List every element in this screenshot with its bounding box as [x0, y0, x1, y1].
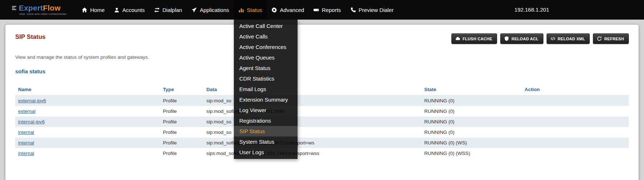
- code-icon: [551, 36, 555, 41]
- profile-link[interactable]: internal: [18, 130, 34, 135]
- menu-item-active-queues[interactable]: Active Queues: [234, 52, 298, 63]
- nav-item-label: Reports: [322, 7, 341, 13]
- column-header-name: Name: [15, 84, 160, 95]
- profile-link[interactable]: external: [18, 109, 35, 114]
- content-card: SIP Status FLUSH CACHERELOAD ACLRELOAD X…: [5, 25, 639, 180]
- sip-status-table: NameTypeDataStateAction external-ipv6Pro…: [15, 84, 629, 159]
- phone-icon: [350, 7, 356, 13]
- nav-item-applications[interactable]: Applications: [187, 0, 234, 20]
- nav-item-label: Status: [247, 7, 262, 13]
- cell-state: RUNNING (0): [421, 116, 522, 127]
- brand-tagline: chat, voice and video contactcenter: [19, 12, 73, 16]
- refresh-button[interactable]: REFRESH: [593, 33, 629, 44]
- refresh-icon: [597, 36, 602, 41]
- reload-xml-button[interactable]: RELOAD XML: [547, 33, 590, 44]
- flush-cache-icon: [455, 36, 460, 41]
- button-label: REFRESH: [604, 37, 624, 41]
- home-icon: [82, 7, 87, 13]
- column-header-state: State: [421, 84, 522, 95]
- bar-chart-icon: [239, 7, 244, 13]
- brand-logo[interactable]: ExpertFlow chat, voice and video contact…: [12, 4, 73, 16]
- menu-item-email-logs[interactable]: Email Logs: [234, 84, 298, 94]
- menu-item-system-status[interactable]: System Status: [234, 136, 298, 147]
- hdd-icon: [313, 7, 319, 13]
- table-row: internal-ipv6Profilesip:mod_soRUNNING (0…: [15, 116, 629, 127]
- column-header-type: Type: [160, 84, 203, 95]
- logo-icon: [12, 5, 17, 11]
- menu-item-active-conferences[interactable]: Active Conferences: [234, 42, 298, 52]
- menu-item-extension-summary[interactable]: Extension Summary: [234, 94, 298, 105]
- column-header-action: Action: [522, 84, 629, 95]
- menu-item-registrations[interactable]: Registrations: [234, 115, 298, 126]
- cell-action: [522, 127, 629, 138]
- cell-name: external-ipv6: [15, 95, 160, 106]
- cell-state: RUNNING (0) (WS): [421, 138, 522, 148]
- profile-link[interactable]: internal: [18, 140, 34, 146]
- cell-type: Profile: [160, 148, 203, 159]
- toolbar: FLUSH CACHERELOAD ACLRELOAD XMLREFRESH: [451, 33, 629, 44]
- cell-action: [522, 138, 629, 148]
- nav-menu: HomeAccountsDialplanApplicationsStatusAd…: [77, 0, 398, 20]
- server-ip: 192.168.1.201: [514, 0, 549, 20]
- menu-item-agent-status[interactable]: Agent Status: [234, 63, 298, 73]
- menu-item-cdr-statistics[interactable]: CDR Statistics: [234, 73, 298, 84]
- cell-type: Profile: [160, 138, 203, 148]
- shield-icon: [504, 36, 509, 41]
- cell-type: Profile: [160, 106, 203, 116]
- nav-item-label: Applications: [200, 7, 229, 13]
- menu-item-active-calls[interactable]: Active Calls: [234, 31, 298, 42]
- profile-link[interactable]: external-ipv6: [18, 98, 46, 103]
- top-navbar: ExpertFlow chat, voice and video contact…: [0, 0, 644, 20]
- button-label: RELOAD XML: [558, 37, 585, 41]
- cell-type: Profile: [160, 116, 203, 127]
- user-icon: [114, 7, 119, 13]
- menu-item-active-call-center[interactable]: Active Call Center: [234, 21, 298, 31]
- cell-name: internal: [15, 138, 160, 148]
- cell-name: internal: [15, 148, 160, 159]
- table-row: internalProfilesips:mod_sofia@192.168.1.…: [15, 148, 629, 159]
- nav-item-label: Dialplan: [163, 7, 182, 13]
- table-row: external-ipv6Profilesip:mod_soRUNNING (0…: [15, 95, 629, 106]
- table-header-row: NameTypeDataStateAction: [15, 84, 629, 95]
- nav-item-home[interactable]: Home: [77, 0, 109, 20]
- cell-action: [522, 116, 629, 127]
- page-description: View and manage the status of system pro…: [15, 54, 149, 60]
- button-label: RELOAD ACL: [512, 37, 539, 41]
- paper-plane-icon: [191, 7, 197, 13]
- nav-item-status[interactable]: Status: [234, 0, 267, 20]
- cell-action: [522, 148, 629, 159]
- exchange-icon: [154, 7, 160, 13]
- profile-link[interactable]: internal-ipv6: [18, 119, 45, 124]
- nav-item-advanced[interactable]: Advanced: [267, 0, 309, 20]
- status-dropdown-menu: Active Call CenterActive CallsActive Con…: [234, 20, 298, 159]
- cell-name: external: [15, 106, 160, 116]
- menu-item-sip-status[interactable]: SIP Status: [234, 126, 298, 136]
- cell-state: RUNNING (0): [421, 95, 522, 106]
- nav-item-preview-dialer[interactable]: Preview Dialer: [346, 0, 399, 20]
- flush-cache-button[interactable]: FLUSH CACHE: [451, 33, 497, 44]
- cell-state: RUNNING (0): [421, 127, 522, 138]
- menu-item-user-logs[interactable]: User Logs: [234, 147, 298, 158]
- section-title: sofia status: [15, 68, 45, 74]
- nav-item-label: Preview Dialer: [359, 7, 394, 13]
- gear-icon: [272, 7, 277, 13]
- menu-item-log-viewer[interactable]: Log Viewer: [234, 105, 298, 115]
- cell-name: internal: [15, 127, 160, 138]
- brand-wordmark: ExpertFlow: [19, 4, 60, 12]
- cell-action: [522, 106, 629, 116]
- table-row: externalProfilesip:mod_sofia@192.168.1.2…: [15, 106, 629, 116]
- cell-state: RUNNING (0) (WSS): [421, 148, 522, 159]
- nav-item-label: Accounts: [122, 7, 145, 13]
- cell-type: Profile: [160, 95, 203, 106]
- button-label: FLUSH CACHE: [463, 37, 492, 41]
- nav-item-dialplan[interactable]: Dialplan: [150, 0, 187, 20]
- table-row: internalProfilesip:mod_sofia@192.168.1.2…: [15, 138, 629, 148]
- page-title: SIP Status: [15, 33, 46, 41]
- reload-acl-button[interactable]: RELOAD ACL: [500, 33, 543, 44]
- nav-item-accounts[interactable]: Accounts: [109, 0, 150, 20]
- profile-link[interactable]: internal: [18, 151, 34, 156]
- cell-name: internal-ipv6: [15, 116, 160, 127]
- nav-item-label: Home: [90, 7, 105, 13]
- cell-action: [522, 95, 629, 106]
- nav-item-reports[interactable]: Reports: [309, 0, 346, 20]
